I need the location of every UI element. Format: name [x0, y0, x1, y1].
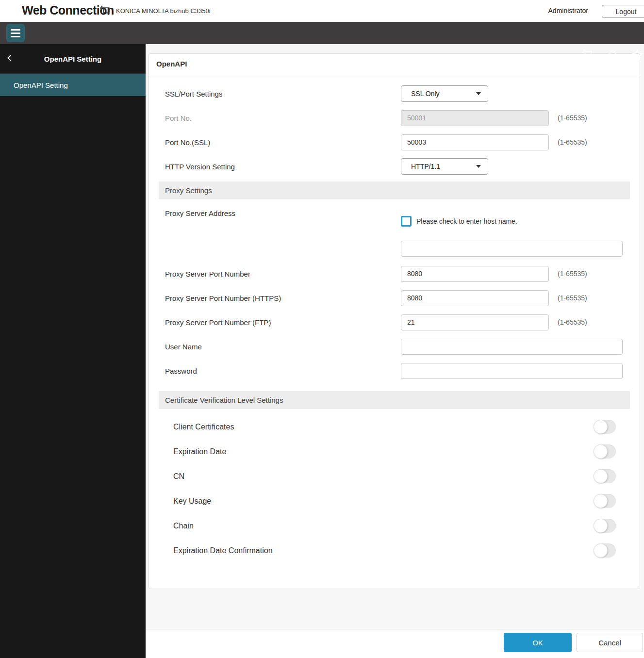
- sidebar-title: OpenAPI Setting: [44, 55, 101, 63]
- proxy-server-address-row: Proxy Server Address Please check to ent…: [149, 199, 640, 262]
- client-certificates-row: Client Certificates: [149, 414, 640, 439]
- port-no-ssl-input[interactable]: [401, 134, 549, 150]
- port-no-range-hint: (1-65535): [558, 114, 587, 122]
- device-name: KONICA MINOLTA bizhub C3350i: [116, 7, 211, 15]
- proxy-server-address-input[interactable]: [401, 241, 623, 257]
- port-no-row: Port No. (1-65535): [149, 106, 640, 130]
- ssl-port-settings-label: SSL/Port Settings: [149, 90, 401, 98]
- user-name-input[interactable]: [401, 339, 623, 355]
- proxy-port-https-range-hint: (1-65535): [558, 294, 587, 302]
- ok-button[interactable]: OK: [504, 633, 572, 652]
- expiration-date-confirmation-toggle[interactable]: [594, 543, 616, 558]
- password-row: Password: [149, 359, 640, 383]
- ssl-port-settings-select[interactable]: SSL Only: [401, 85, 488, 102]
- chain-row: Chain: [149, 513, 640, 538]
- favorites-star-icon[interactable]: [630, 48, 644, 62]
- proxy-port-ftp-range-hint: (1-65535): [558, 318, 587, 326]
- proxy-port-ftp-label: Proxy Server Port Number (FTP): [149, 318, 401, 327]
- client-certificates-toggle[interactable]: [594, 420, 616, 434]
- openapi-form: SSL/Port Settings SSL Only Port No. (1-6…: [149, 74, 640, 563]
- chevron-down-icon: [476, 165, 481, 168]
- logout-button[interactable]: Logout: [602, 5, 644, 18]
- http-version-label: HTTP Version Setting: [149, 163, 401, 171]
- http-version-value: HTTP/1.1: [411, 163, 440, 170]
- ssl-port-settings-value: SSL Only: [411, 90, 440, 98]
- password-input[interactable]: [401, 363, 623, 379]
- toggle-knob: [594, 469, 608, 483]
- port-no-ssl-range-hint: (1-65535): [558, 138, 587, 146]
- proxy-port-row: Proxy Server Port Number (1-65535): [149, 262, 640, 286]
- proxy-port-range-hint: (1-65535): [558, 270, 587, 278]
- proxy-port-input[interactable]: [401, 266, 549, 282]
- search-icon[interactable]: [607, 48, 620, 62]
- back-chevron-icon[interactable]: [7, 55, 14, 61]
- menu-button[interactable]: [6, 24, 25, 42]
- key-usage-label: Key Usage: [149, 497, 401, 506]
- proxy-port-ftp-input[interactable]: [401, 314, 549, 330]
- cn-label: CN: [149, 472, 401, 481]
- page-title: OpenAPI: [149, 54, 640, 74]
- printer-icon: [99, 4, 112, 17]
- sidebar-item-openapi-setting[interactable]: OpenAPI Setting: [0, 74, 146, 96]
- toggle-knob: [594, 543, 608, 558]
- sidebar-header: OpenAPI Setting: [0, 44, 146, 74]
- main-content: OpenAPI SSL/Port Settings SSL Only Port …: [146, 44, 644, 629]
- password-label: Password: [149, 367, 401, 375]
- footer-action-bar: OK Cancel: [146, 629, 644, 658]
- proxy-port-https-label: Proxy Server Port Number (HTTPS): [149, 294, 401, 302]
- proxy-port-label: Proxy Server Port Number: [149, 270, 401, 278]
- proxy-port-https-input[interactable]: [401, 290, 549, 306]
- port-no-input: [401, 110, 549, 126]
- expiration-date-label: Expiration Date: [149, 447, 401, 456]
- expiration-date-row: Expiration Date: [149, 439, 640, 464]
- expiration-date-toggle[interactable]: [594, 444, 616, 459]
- proxy-settings-section-header: Proxy Settings: [159, 181, 630, 199]
- toolbar: [0, 22, 644, 44]
- toggle-knob: [594, 444, 608, 459]
- device-info: KONICA MINOLTA bizhub C3350i: [99, 4, 211, 17]
- host-name-checkbox[interactable]: [401, 216, 412, 227]
- cn-row: CN: [149, 464, 640, 489]
- proxy-port-ftp-row: Proxy Server Port Number (FTP) (1-65535): [149, 310, 640, 334]
- proxy-port-https-row: Proxy Server Port Number (HTTPS) (1-6553…: [149, 286, 640, 310]
- cn-toggle[interactable]: [594, 469, 616, 483]
- toggle-knob: [594, 494, 608, 508]
- user-name-label: User Name: [149, 343, 401, 351]
- client-certificates-label: Client Certificates: [149, 423, 401, 431]
- port-no-ssl-label: Port No.(SSL): [149, 138, 401, 147]
- sidebar-item-label: OpenAPI Setting: [14, 81, 68, 89]
- http-version-select[interactable]: HTTP/1.1: [401, 158, 488, 175]
- http-version-row: HTTP Version Setting HTTP/1.1: [149, 154, 640, 179]
- app-header: Web Connection KONICA MINOLTA bizhub C33…: [0, 0, 644, 22]
- proxy-server-address-label: Proxy Server Address: [149, 199, 401, 217]
- user-role-label: Administrator: [548, 7, 588, 15]
- sidebar: OpenAPI Setting OpenAPI Setting: [0, 44, 146, 658]
- device-printer-icon[interactable]: [581, 48, 595, 61]
- certificate-verification-section-header: Certificate Verification Level Settings: [159, 391, 630, 409]
- chain-label: Chain: [149, 522, 401, 530]
- ssl-port-settings-row: SSL/Port Settings SSL Only: [149, 82, 640, 106]
- toggle-knob: [594, 420, 608, 434]
- chain-toggle[interactable]: [594, 519, 616, 533]
- hamburger-icon: [11, 29, 20, 31]
- user-name-row: User Name: [149, 334, 640, 359]
- port-no-ssl-row: Port No.(SSL) (1-65535): [149, 130, 640, 154]
- port-no-label: Port No.: [149, 114, 401, 122]
- openapi-card: OpenAPI SSL/Port Settings SSL Only Port …: [149, 53, 640, 589]
- key-usage-row: Key Usage: [149, 489, 640, 513]
- expiration-date-confirmation-row: Expiration Date Confirmation: [149, 538, 640, 563]
- key-usage-toggle[interactable]: [594, 494, 616, 508]
- chevron-down-icon: [476, 92, 481, 95]
- expiration-date-confirmation-label: Expiration Date Confirmation: [149, 546, 401, 555]
- cancel-button[interactable]: Cancel: [577, 633, 643, 652]
- host-name-checkbox-label: Please check to enter host name.: [416, 217, 517, 225]
- certificate-toggle-list: Client Certificates Expiration Date CN K…: [149, 414, 640, 563]
- toggle-knob: [594, 519, 608, 533]
